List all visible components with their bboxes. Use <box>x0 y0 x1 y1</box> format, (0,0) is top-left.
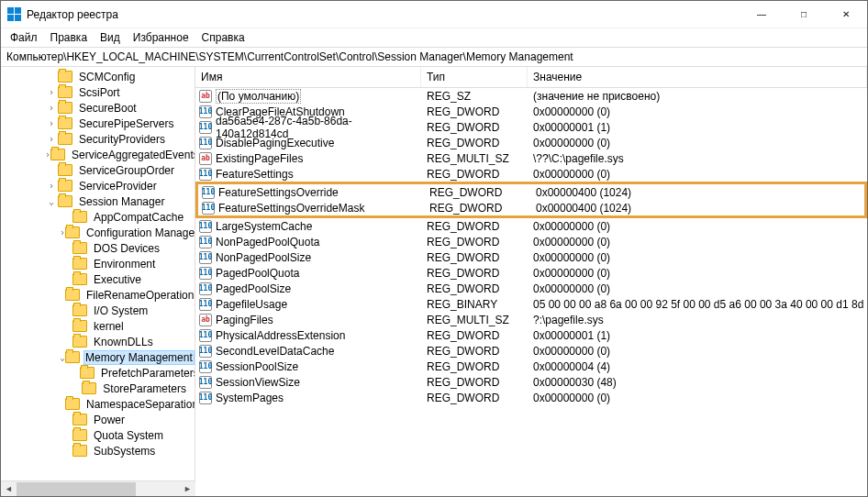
menu-file[interactable]: Файл <box>5 29 43 46</box>
menu-edit[interactable]: Правка <box>45 29 94 46</box>
tree-h-scrollbar[interactable]: ◄ ► <box>1 480 195 496</box>
tree-item[interactable]: ›ScsiPort <box>1 84 195 100</box>
tree-item[interactable]: ›ServiceProvider <box>1 178 195 193</box>
chevron-right-icon[interactable]: › <box>45 134 58 144</box>
tree-item[interactable]: ›SecurityProviders <box>1 131 195 147</box>
menu-view[interactable]: Вид <box>95 29 126 46</box>
chevron-down-icon[interactable]: ⌄ <box>45 196 58 206</box>
value-row[interactable]: 110PhysicalAddressExtensionREG_DWORD0x00… <box>195 327 867 343</box>
tree-item[interactable]: ›SecurePipeServers <box>1 116 195 131</box>
chevron-right-icon[interactable]: › <box>45 181 58 191</box>
binary-value-icon: 110 <box>199 360 212 373</box>
value-row[interactable]: 110SystemPagesREG_DWORD0x00000000 (0) <box>195 390 867 405</box>
tree-item[interactable]: ›Environment <box>1 256 195 271</box>
list-body: ab(По умолчанию)REG_SZ(значение не присв… <box>195 88 867 405</box>
value-row[interactable]: 110FeatureSettingsOverrideMaskREG_DWORD0… <box>198 200 864 215</box>
value-name: LargeSystemCache <box>216 220 312 233</box>
value-name: NonPagedPoolQuota <box>216 236 319 248</box>
scroll-track[interactable] <box>17 481 180 497</box>
cell-value: 0x00000004 (4) <box>528 360 867 373</box>
value-row[interactable]: abExistingPageFilesREG_MULTI_SZ\??\C:\pa… <box>195 150 867 166</box>
scroll-thumb[interactable] <box>17 482 136 496</box>
tree-item[interactable]: ›KnownDLLs <box>1 334 195 349</box>
value-row[interactable]: 110NonPagedPoolSizeREG_DWORD0x00000000 (… <box>195 249 867 265</box>
tree-panel[interactable]: ›SCMConfig›ScsiPort›SecureBoot›SecurePip… <box>1 67 195 496</box>
tree-item[interactable]: ⌄Memory Management <box>1 349 195 365</box>
cell-type: REG_DWORD <box>421 137 528 149</box>
cell-value: 0x00000000 (0) <box>528 251 867 264</box>
value-row[interactable]: 110FeatureSettingsOverrideREG_DWORD0x000… <box>198 184 864 200</box>
tree-item[interactable]: ›SCMConfig <box>1 69 195 84</box>
menu-favorites[interactable]: Избранное <box>128 29 195 46</box>
tree-item[interactable]: ›DOS Devices <box>1 240 195 256</box>
cell-name: 110SystemPages <box>195 392 421 404</box>
cell-value: 0x00000000 (0) <box>528 282 867 295</box>
tree-item[interactable]: ›StoreParameters <box>1 381 195 396</box>
value-row[interactable]: 110LargeSystemCacheREG_DWORD0x00000000 (… <box>195 218 867 234</box>
cell-type: REG_DWORD <box>424 186 530 199</box>
tree-item[interactable]: ›Configuration Manager <box>1 225 195 240</box>
folder-icon <box>58 117 72 129</box>
tree-item[interactable]: ›FileRenameOperations <box>1 287 195 303</box>
tree-item[interactable]: ›I/O System <box>1 303 195 318</box>
tree-item[interactable]: ›kernel <box>1 318 195 334</box>
value-row[interactable]: 110PagefileUsageREG_BINARY05 00 00 00 a8… <box>195 296 867 312</box>
value-row[interactable]: 110PagedPoolQuotaREG_DWORD0x00000000 (0) <box>195 265 867 281</box>
tree-item-label: ServiceGroupOrder <box>76 163 177 178</box>
cell-value: 0x00000000 (0) <box>528 105 867 118</box>
maximize-button[interactable]: □ <box>783 1 825 28</box>
values-panel[interactable]: Имя Тип Значение ab(По умолчанию)REG_SZ(… <box>195 67 867 496</box>
tree-item[interactable]: ›SecureBoot <box>1 100 195 116</box>
value-row[interactable]: 110SecondLevelDataCacheREG_DWORD0x000000… <box>195 343 867 359</box>
tree-item-label: DOS Devices <box>91 241 162 256</box>
value-name: PagingFiles <box>216 314 273 326</box>
cell-value: 0x00000400 (1024) <box>530 202 864 215</box>
col-header-name[interactable]: Имя <box>195 67 421 87</box>
chevron-right-icon[interactable]: › <box>45 103 58 113</box>
value-row[interactable]: 110SessionPoolSizeREG_DWORD0x00000004 (4… <box>195 359 867 374</box>
tree-item[interactable]: ›Executive <box>1 271 195 287</box>
folder-icon <box>65 398 80 410</box>
menu-help[interactable]: Справка <box>196 29 250 46</box>
tree-item[interactable]: ›SubSystems <box>1 443 195 458</box>
value-row[interactable]: 110DisablePagingExecutiveREG_DWORD0x0000… <box>195 135 867 150</box>
tree-item[interactable]: ›ServiceGroupOrder <box>1 162 195 178</box>
cell-value: 0x00000001 (1) <box>528 329 867 342</box>
chevron-right-icon[interactable]: › <box>45 87 58 97</box>
value-row[interactable]: 110da56a5e4-287c-4a5b-86da-140a12d814cdR… <box>195 119 867 135</box>
chevron-right-icon[interactable]: › <box>45 118 58 128</box>
cell-type: REG_DWORD <box>421 236 528 248</box>
value-name: SecondLevelDataCache <box>216 345 334 358</box>
tree-item[interactable]: ›AppCompatCache <box>1 209 195 225</box>
tree-item[interactable]: ›Quota System <box>1 427 195 443</box>
address-bar[interactable]: Компьютер\HKEY_LOCAL_MACHINE\SYSTEM\Curr… <box>1 47 867 67</box>
value-name: PagedPoolSize <box>216 282 291 295</box>
value-row[interactable]: 110PagedPoolSizeREG_DWORD0x00000000 (0) <box>195 281 867 296</box>
close-button[interactable]: ✕ <box>825 1 867 28</box>
tree-item-label: Quota System <box>91 428 166 443</box>
tree-item[interactable]: ›ServiceAggregatedEvents <box>1 147 195 162</box>
minimize-button[interactable]: — <box>740 1 783 28</box>
tree-item[interactable]: ›Power <box>1 412 195 427</box>
col-header-type[interactable]: Тип <box>421 67 528 87</box>
cell-type: REG_DWORD <box>421 282 528 295</box>
value-row[interactable]: 110FeatureSettingsREG_DWORD0x00000000 (0… <box>195 166 867 182</box>
value-name: SessionPoolSize <box>216 360 298 373</box>
value-row[interactable]: 110SessionViewSizeREG_DWORD0x00000030 (4… <box>195 374 867 390</box>
binary-value-icon: 110 <box>199 267 212 280</box>
scroll-left-button[interactable]: ◄ <box>1 481 17 497</box>
cell-name: 110FeatureSettings <box>195 168 421 181</box>
col-header-value[interactable]: Значение <box>528 67 867 87</box>
value-row[interactable]: abPagingFilesREG_MULTI_SZ?:\pagefile.sys <box>195 312 867 327</box>
value-row[interactable]: ab(По умолчанию)REG_SZ(значение не присв… <box>195 88 867 104</box>
address-text: Компьютер\HKEY_LOCAL_MACHINE\SYSTEM\Curr… <box>6 50 573 63</box>
binary-value-icon: 110 <box>199 345 212 358</box>
folder-icon <box>72 414 87 425</box>
scroll-right-button[interactable]: ► <box>180 481 195 497</box>
cell-value: (значение не присвоено) <box>528 90 867 103</box>
tree-item[interactable]: ⌄Session Manager <box>1 193 195 209</box>
tree-item-label: I/O System <box>91 304 150 318</box>
value-row[interactable]: 110NonPagedPoolQuotaREG_DWORD0x00000000 … <box>195 234 867 249</box>
tree-item[interactable]: ›PrefetchParameters <box>1 365 195 381</box>
tree-item[interactable]: ›NamespaceSeparation <box>1 396 195 412</box>
